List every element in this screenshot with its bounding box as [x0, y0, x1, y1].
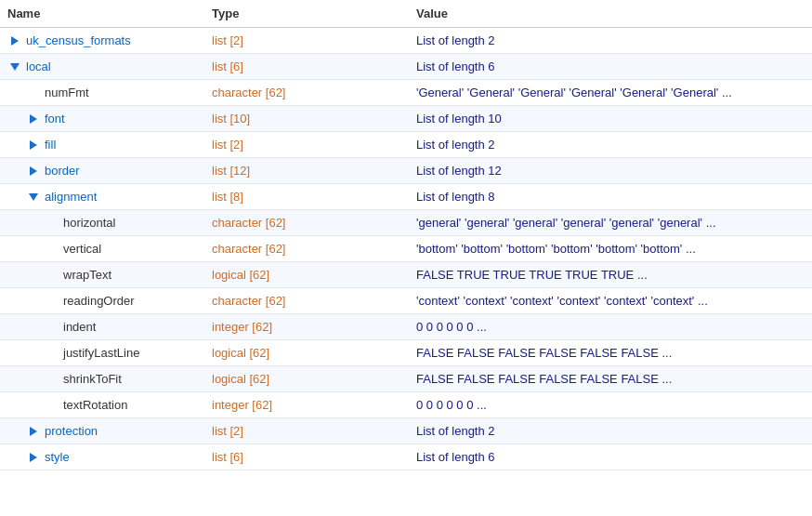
header-type: Type [204, 4, 409, 23]
cell-name: local [0, 56, 204, 78]
cell-type: integer [62] [204, 394, 409, 416]
cell-name: justifyLastLine [0, 342, 204, 364]
table-row: wrapTextlogical [62]FALSE TRUE TRUE TRUE… [0, 262, 812, 288]
cell-name: readingOrder [0, 290, 204, 311]
table-header: Name Type Value [0, 0, 812, 28]
name-label: protection [45, 424, 98, 438]
cell-type: integer [62] [204, 316, 409, 337]
cell-value: List of length 6 [409, 446, 812, 468]
name-label: numFmt [45, 86, 89, 99]
header-name: Name [0, 4, 204, 23]
cell-type: character [62] [204, 212, 409, 233]
table-row: verticalcharacter [62]'bottom' 'bottom' … [0, 236, 812, 262]
cell-value: 'context' 'context' 'context' 'context' … [409, 290, 812, 311]
name-label: wrapText [63, 268, 111, 282]
cell-value: 'bottom' 'bottom' 'bottom' 'bottom' 'bot… [409, 238, 812, 259]
cell-name: shrinkToFit [0, 368, 204, 390]
cell-value: FALSE FALSE FALSE FALSE FALSE FALSE ... [409, 342, 812, 364]
table-row: filllist [2]List of length 2 [0, 132, 812, 158]
cell-type: character [62] [204, 238, 409, 259]
cell-name: alignment [0, 186, 204, 208]
table-body: uk_census_formatslist [2]List of length … [0, 28, 812, 470]
cell-value: List of length 12 [409, 160, 812, 181]
table-row: horizontalcharacter [62]'general' 'gener… [0, 210, 812, 236]
cell-type: character [62] [204, 82, 409, 103]
cell-type: logical [62] [204, 368, 409, 390]
toggle-open-icon[interactable] [26, 190, 41, 205]
name-label: font [45, 112, 65, 126]
cell-value: List of length 2 [409, 134, 812, 155]
cell-value: 'general' 'general' 'general' 'general' … [409, 212, 812, 233]
table-row: indentinteger [62]0 0 0 0 0 0 ... [0, 314, 812, 340]
cell-value: 'General' 'General' 'General' 'General' … [409, 82, 812, 103]
table-row: borderlist [12]List of length 12 [0, 158, 812, 184]
name-label: style [45, 450, 70, 464]
cell-value: List of length 6 [409, 56, 812, 77]
cell-value: List of length 10 [409, 108, 812, 129]
cell-value: List of length 8 [409, 186, 812, 207]
name-label: justifyLastLine [63, 346, 139, 360]
table-row: justifyLastLinelogical [62]FALSE FALSE F… [0, 340, 812, 366]
cell-type: list [12] [204, 160, 409, 181]
cell-value: List of length 2 [409, 30, 812, 51]
cell-name: fill [0, 134, 204, 156]
name-label: fill [45, 138, 56, 152]
cell-name: horizontal [0, 212, 204, 233]
table-row: locallist [6]List of length 6 [0, 54, 812, 80]
cell-type: list [10] [204, 108, 409, 129]
table-row: protectionlist [2]List of length 2 [0, 418, 812, 444]
table-row: readingOrdercharacter [62]'context' 'con… [0, 288, 812, 314]
name-label: local [26, 60, 51, 73]
table-row: fontlist [10]List of length 10 [0, 106, 812, 132]
cell-value: 0 0 0 0 0 0 ... [409, 316, 812, 337]
name-label: alignment [45, 190, 97, 204]
name-label: readingOrder [63, 294, 135, 308]
cell-value: FALSE FALSE FALSE FALSE FALSE FALSE ... [409, 368, 812, 390]
table-row: shrinkToFitlogical [62]FALSE FALSE FALSE… [0, 366, 812, 392]
cell-type: logical [62] [204, 342, 409, 364]
cell-name: border [0, 160, 204, 182]
cell-type: list [2] [204, 420, 409, 442]
cell-type: character [62] [204, 290, 409, 311]
name-label: horizontal [63, 216, 115, 230]
table-row: stylelist [6]List of length 6 [0, 444, 812, 470]
cell-type: list [6] [204, 446, 409, 468]
table-row: uk_census_formatslist [2]List of length … [0, 28, 812, 54]
toggle-closed-icon[interactable] [26, 138, 41, 152]
name-label: uk_census_formats [26, 33, 131, 47]
cell-name: uk_census_formats [0, 30, 204, 52]
cell-value: List of length 2 [409, 420, 812, 442]
name-label: shrinkToFit [63, 372, 122, 386]
cell-value: 0 0 0 0 0 0 ... [409, 394, 812, 416]
name-label: textRotation [63, 398, 127, 412]
toggle-closed-icon[interactable] [7, 33, 22, 48]
cell-name: protection [0, 420, 204, 443]
cell-name: wrapText [0, 264, 204, 285]
table-row: textRotationinteger [62]0 0 0 0 0 0 ... [0, 392, 812, 418]
cell-type: logical [62] [204, 264, 409, 285]
cell-type: list [6] [204, 56, 409, 77]
cell-name: indent [0, 316, 204, 337]
toggle-open-icon[interactable] [7, 60, 22, 74]
toggle-closed-icon[interactable] [26, 112, 41, 126]
toggle-closed-icon[interactable] [26, 424, 41, 439]
name-label: border [45, 164, 80, 178]
name-label: indent [63, 320, 96, 334]
toggle-closed-icon[interactable] [26, 450, 41, 465]
cell-type: list [8] [204, 186, 409, 207]
cell-type: list [2] [204, 134, 409, 155]
cell-value: FALSE TRUE TRUE TRUE TRUE TRUE ... [409, 264, 812, 285]
toggle-closed-icon[interactable] [26, 164, 41, 179]
cell-type: list [2] [204, 30, 409, 51]
header-value: Value [409, 4, 812, 23]
table-row: alignmentlist [8]List of length 8 [0, 184, 812, 210]
cell-name: numFmt [0, 82, 204, 103]
cell-name: textRotation [0, 394, 204, 416]
name-label: vertical [63, 242, 101, 256]
cell-name: vertical [0, 238, 204, 259]
data-table: Name Type Value uk_census_formatslist [2… [0, 0, 812, 470]
table-row: numFmtcharacter [62]'General' 'General' … [0, 80, 812, 106]
cell-name: font [0, 108, 204, 130]
cell-name: style [0, 446, 204, 469]
